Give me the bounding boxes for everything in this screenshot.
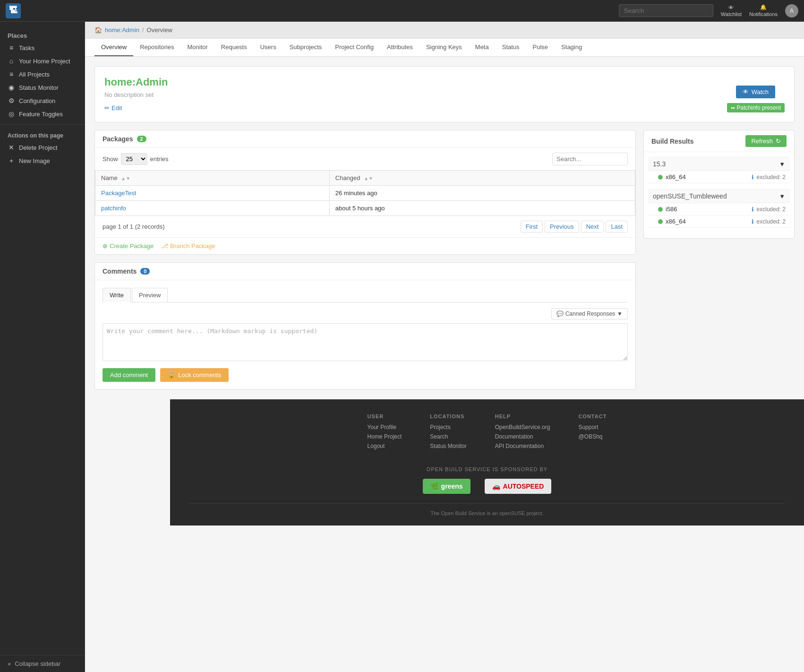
- tab-attributes[interactable]: Attributes: [380, 39, 419, 56]
- patchinfo-label: Patchinfo present: [737, 104, 781, 111]
- comments-title: Comments: [103, 267, 137, 275]
- refresh-label: Refresh: [751, 138, 773, 145]
- package-name-link[interactable]: PackageTest: [101, 190, 136, 197]
- footer-link[interactable]: Logout: [368, 443, 402, 449]
- footer-column: HELPOpenBuildService.orgDocumentationAPI…: [495, 414, 550, 452]
- sidebar-item-new-image[interactable]: + New Image: [0, 154, 85, 167]
- chevron-down-icon: ▼: [617, 310, 623, 317]
- comment-tab-write[interactable]: Write: [103, 288, 131, 302]
- places-title: Places: [0, 29, 85, 41]
- changed-column-header: Changed ▲▼: [329, 171, 635, 186]
- table-header-row: Name ▲▼ Changed ▲▼: [95, 171, 635, 186]
- first-page-button[interactable]: First: [521, 221, 543, 233]
- build-results-header: Build Results Refresh ↻: [644, 130, 794, 152]
- footer-link[interactable]: OpenBuildService.org: [495, 424, 550, 431]
- sidebar-item-status-monitor[interactable]: ◉ Status Monitor: [0, 81, 85, 94]
- comment-textarea[interactable]: [103, 323, 628, 361]
- footer-link[interactable]: Support: [578, 424, 607, 431]
- canned-responses-label: Canned Responses: [565, 310, 615, 317]
- actions-title: Actions on this page: [0, 129, 85, 141]
- main-column: Packages 2 Show 25 50 100: [94, 130, 636, 390]
- content-area: 👁 Watch home:Admin No description set ✏ …: [85, 57, 804, 399]
- edit-link[interactable]: ✏ Edit: [104, 104, 122, 112]
- side-column: Build Results Refresh ↻ 15.3 ▼ x86_64: [643, 130, 795, 390]
- sidebar-item-label: Tasks: [19, 44, 34, 52]
- branch-package-link[interactable]: ⎇ Branch Package: [161, 242, 215, 250]
- info-icon: ℹ: [752, 206, 754, 213]
- tab-status[interactable]: Status: [496, 39, 526, 56]
- sidebar-item-delete-project[interactable]: ✕ Delete Project: [0, 141, 85, 154]
- search-box: [552, 153, 628, 165]
- config-icon: ⚙: [8, 97, 15, 104]
- tab-pulse[interactable]: Pulse: [526, 39, 555, 56]
- canned-responses-button[interactable]: 💬 Canned Responses ▼: [551, 308, 628, 319]
- tab-overview[interactable]: Overview: [94, 39, 133, 56]
- footer-link[interactable]: Home Project: [368, 433, 402, 440]
- footer-link[interactable]: @OBShq: [578, 433, 607, 440]
- next-page-button[interactable]: Next: [581, 221, 604, 233]
- entries-select[interactable]: 25 50 100: [121, 153, 147, 165]
- refresh-button[interactable]: Refresh ↻: [745, 135, 787, 147]
- sidebar-item-all-projects[interactable]: ≡ All Projects: [0, 68, 85, 81]
- package-name-link[interactable]: patchinfo: [101, 205, 126, 212]
- add-comment-button[interactable]: Add comment: [103, 368, 155, 382]
- packages-search-input[interactable]: [552, 153, 628, 165]
- search-input[interactable]: [619, 4, 713, 17]
- breadcrumb-home-link[interactable]: home:Admin: [105, 26, 139, 34]
- lock-comments-label: Lock comments: [178, 371, 221, 379]
- comment-tab-preview[interactable]: Preview: [132, 288, 168, 302]
- footer-link[interactable]: Projects: [430, 424, 466, 431]
- collapse-sidebar-button[interactable]: « Collapse sidebar: [0, 655, 85, 672]
- footer-link[interactable]: Your Profile: [368, 424, 402, 431]
- footer-link[interactable]: Search: [430, 433, 466, 440]
- arch-status: ℹ excluded: 2: [752, 218, 786, 225]
- tab-project-config[interactable]: Project Config: [328, 39, 380, 56]
- last-page-button[interactable]: Last: [606, 221, 628, 233]
- sidebar-item-tasks[interactable]: ≡ Tasks: [0, 41, 85, 54]
- sidebar-item-feature-toggles[interactable]: ◎ Feature Toggles: [0, 107, 85, 121]
- tab-repositories[interactable]: Repositories: [133, 39, 180, 56]
- patchinfo-badge: ▪▪ Patchinfo present: [727, 103, 785, 112]
- comments-header: Comments 0: [95, 263, 635, 280]
- autospeed-logo: 🚗 AUTOSPEED: [485, 479, 552, 494]
- tab-staging[interactable]: Staging: [555, 39, 589, 56]
- footer-columns: USERYour ProfileHome ProjectLogoutLOCATI…: [189, 414, 785, 452]
- build-repo-header[interactable]: openSUSE_Tumbleweed ▼: [649, 189, 789, 203]
- lock-icon: 🔒: [168, 371, 175, 379]
- avatar[interactable]: A: [785, 4, 798, 17]
- footer-col-title: LOCATIONS: [430, 414, 466, 419]
- footer-link[interactable]: Documentation: [495, 433, 550, 440]
- breadcrumb-current: Overview: [147, 26, 172, 34]
- tab-signing-keys[interactable]: Signing Keys: [419, 39, 469, 56]
- footer-link[interactable]: API Documentation: [495, 443, 550, 449]
- notifications-nav-item[interactable]: 🔔 Notifications: [749, 4, 778, 17]
- watchlist-nav-item[interactable]: 👁 Watchlist: [721, 5, 742, 17]
- build-body: 15.3 ▼ x86_64 ℹ excluded: 2 openSUSE_Tum…: [644, 152, 794, 238]
- project-header: 👁 Watch home:Admin No description set ✏ …: [94, 66, 795, 122]
- pagination-info: page 1 of 1 (2 records): [103, 223, 165, 230]
- sidebar-item-label: Feature Toggles: [19, 111, 63, 118]
- footer-column: CONTACTSupport@OBShq: [578, 414, 607, 452]
- sidebar-item-label: Your Home Project: [19, 58, 70, 65]
- tab-subprojects[interactable]: Subprojects: [283, 39, 329, 56]
- watch-button[interactable]: 👁 Watch: [736, 86, 775, 98]
- sidebar-item-label: Status Monitor: [19, 84, 59, 91]
- footer-logos: 🌿 greens 🚗 AUTOSPEED: [189, 479, 785, 494]
- tab-monitor[interactable]: Monitor: [180, 39, 214, 56]
- main-content: 🏠 home:Admin / Overview Overview Reposit…: [85, 22, 804, 672]
- autospeed-label: AUTOSPEED: [503, 482, 544, 490]
- footer-link[interactable]: Status Monitor: [430, 443, 466, 449]
- build-repo-header[interactable]: 15.3 ▼: [649, 157, 789, 171]
- tab-users[interactable]: Users: [254, 39, 283, 56]
- branch-icon: ⎇: [161, 242, 168, 250]
- sidebar-item-your-home-project[interactable]: ⌂ Your Home Project: [0, 54, 85, 68]
- previous-page-button[interactable]: Previous: [545, 221, 579, 233]
- sort-icon: ▲▼: [364, 176, 373, 181]
- tab-meta[interactable]: Meta: [469, 39, 496, 56]
- lock-comments-button[interactable]: 🔒 Lock comments: [160, 368, 229, 382]
- tab-requests[interactable]: Requests: [214, 39, 254, 56]
- arch-status: ℹ excluded: 2: [752, 174, 786, 181]
- sidebar-item-configuration[interactable]: ⚙ Configuration: [0, 94, 85, 107]
- excluded-badge: excluded: 2: [757, 174, 786, 181]
- create-package-link[interactable]: ⊕ Create Package: [103, 242, 154, 250]
